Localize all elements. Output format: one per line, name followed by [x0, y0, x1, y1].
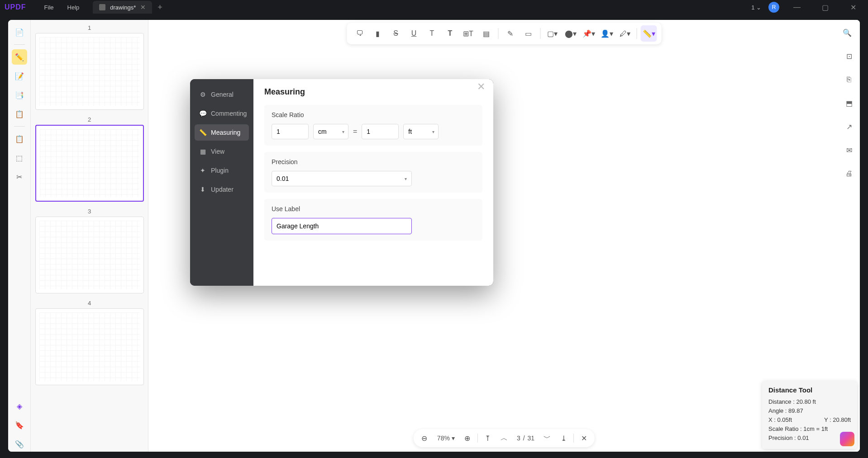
scale-unit2-select[interactable]: ft — [403, 124, 439, 139]
ruler-icon: 📏 — [199, 129, 206, 136]
tab-commenting[interactable]: 💬 Commenting — [195, 105, 249, 122]
plugin-icon: ✦ — [199, 167, 206, 174]
equals-sign: = — [353, 127, 357, 136]
modal-title: Measuring — [264, 87, 482, 97]
gear-icon: ⚙ — [199, 91, 206, 98]
preferences-modal: ⚙ General 💬 Commenting 📏 Measuring ▦ Vie… — [190, 79, 493, 286]
download-icon: ⬇ — [199, 186, 206, 193]
scale-value2-input[interactable] — [362, 124, 399, 139]
tab-view[interactable]: ▦ View — [195, 143, 249, 160]
scale-value1-input[interactable] — [272, 124, 309, 139]
modal-close-button[interactable] — [473, 79, 489, 96]
scale-ratio-label: Scale Ratio — [272, 111, 475, 118]
use-label-input[interactable] — [272, 218, 412, 234]
precision-group: Precision 0.01 — [264, 152, 482, 193]
tab-updater[interactable]: ⬇ Updater — [195, 181, 249, 198]
modal-sidebar: ⚙ General 💬 Commenting 📏 Measuring ▦ Vie… — [190, 79, 253, 286]
preferences-overlay: ⚙ General 💬 Commenting 📏 Measuring ▦ Vie… — [0, 0, 868, 458]
scale-ratio-group: Scale Ratio cm = ft — [264, 105, 482, 146]
tab-general[interactable]: ⚙ General — [195, 86, 249, 103]
view-icon: ▦ — [199, 148, 206, 155]
precision-select[interactable]: 0.01 — [272, 171, 412, 186]
tab-measuring[interactable]: 📏 Measuring — [195, 124, 249, 141]
use-label-label: Use Label — [272, 205, 475, 212]
use-label-group: Use Label — [264, 199, 482, 241]
comment-icon: 💬 — [199, 110, 206, 117]
precision-label: Precision — [272, 158, 475, 165]
scale-unit1-select[interactable]: cm — [313, 124, 348, 139]
tab-plugin[interactable]: ✦ Plugin — [195, 162, 249, 179]
